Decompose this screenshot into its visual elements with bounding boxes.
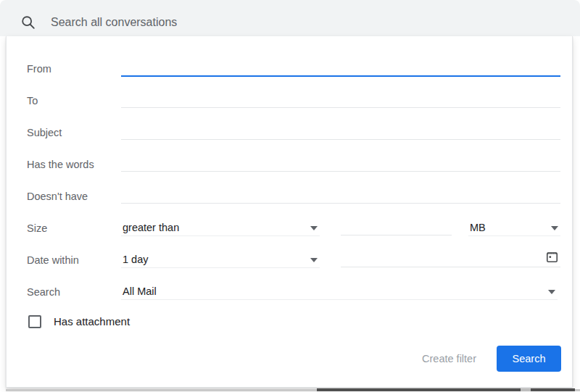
advanced-search-panel: From To Subject Has the words Doesn't ha…: [6, 36, 573, 388]
has-attachment-checkbox[interactable]: [28, 315, 41, 328]
has-words-input[interactable]: [121, 157, 560, 172]
background-scrollbar-gap: [521, 388, 531, 391]
subject-input[interactable]: [121, 125, 560, 140]
subject-label: Subject: [27, 125, 62, 140]
size-row: Size greater than MB: [27, 220, 559, 239]
search-scope-value: All Mail: [123, 284, 157, 299]
size-unit-select[interactable]: MB: [468, 220, 560, 236]
has-words-label: Has the words: [27, 157, 94, 172]
date-input[interactable]: [341, 252, 560, 267]
has-attachment-row: Has attachment: [27, 314, 559, 330]
search-scope-label: Search: [27, 285, 60, 299]
search-button[interactable]: Search: [497, 346, 561, 372]
size-operator-value: greater than: [123, 220, 179, 235]
size-label: Size: [27, 221, 47, 235]
search-input[interactable]: [49, 13, 487, 32]
size-operator-select[interactable]: greater than: [121, 220, 320, 236]
doesnt-have-row: Doesn't have: [27, 188, 559, 207]
from-input[interactable]: [121, 61, 560, 77]
has-attachment-label: Has attachment: [54, 314, 130, 329]
search-scope-select[interactable]: All Mail: [121, 284, 558, 300]
date-within-row: Date within 1 day: [27, 252, 559, 271]
from-label: From: [27, 62, 51, 76]
date-within-value: 1 day: [123, 252, 148, 267]
size-amount-input[interactable]: [341, 220, 452, 235]
doesnt-have-label: Doesn't have: [27, 189, 88, 204]
to-label: To: [27, 93, 38, 108]
background-scrollbar[interactable]: [317, 388, 575, 391]
date-within-label: Date within: [27, 253, 79, 267]
date-within-select[interactable]: 1 day: [121, 252, 320, 268]
to-row: To: [27, 93, 559, 112]
from-row: From: [27, 61, 559, 80]
search-icon: [20, 14, 36, 30]
calendar-icon[interactable]: [545, 250, 559, 264]
chevron-down-icon: [551, 226, 558, 230]
search-bar: [0, 0, 580, 36]
to-input[interactable]: [121, 93, 560, 108]
has-words-row: Has the words: [27, 157, 559, 175]
chevron-down-icon: [310, 258, 318, 262]
size-unit-value: MB: [470, 220, 486, 235]
create-filter-button[interactable]: Create filter: [422, 351, 476, 366]
doesnt-have-input[interactable]: [121, 188, 560, 204]
subject-row: Subject: [27, 125, 559, 143]
search-scope-row: Search All Mail: [27, 284, 559, 303]
chevron-down-icon: [310, 226, 318, 230]
chevron-down-icon: [548, 290, 555, 294]
